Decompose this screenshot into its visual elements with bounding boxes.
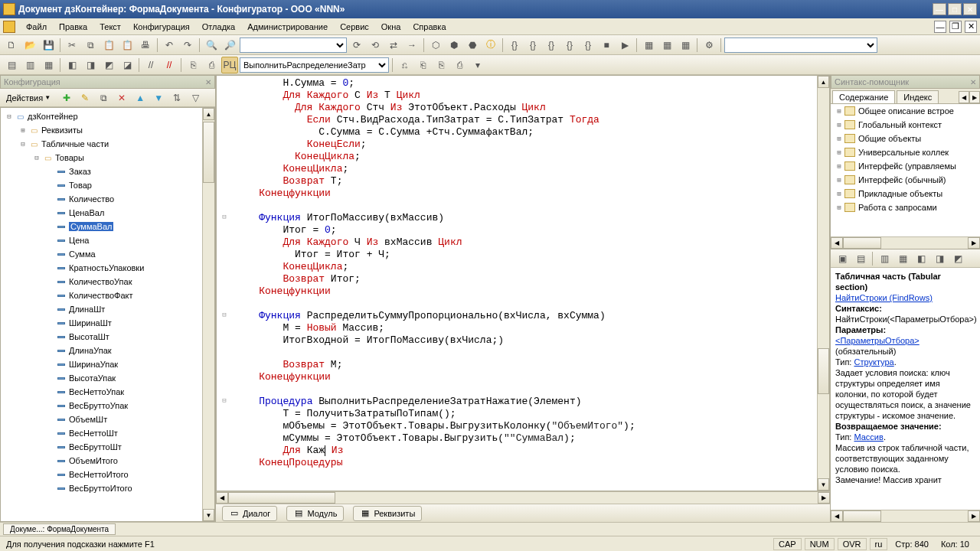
window-tab[interactable]: Докуме...: ФормаДокумента: [3, 523, 116, 535]
gear-icon[interactable]: ⚙: [701, 37, 717, 54]
t2-icon15[interactable]: ⎙: [451, 57, 468, 73]
config3-icon[interactable]: ⬣: [464, 37, 481, 54]
config-icon[interactable]: ⬡: [427, 37, 444, 54]
lt-edit-icon[interactable]: ✎: [77, 90, 93, 106]
right-dock-close-icon[interactable]: ✕: [970, 78, 976, 86]
lt-sort-icon[interactable]: ⇅: [168, 90, 185, 106]
menu-debug[interactable]: Отладка: [196, 21, 241, 33]
help-topic[interactable]: ⊞Интерфейс (обычный): [831, 173, 980, 187]
t2-icon11[interactable]: ⎙: [203, 57, 220, 73]
scroll-right-icon[interactable]: ▶: [818, 492, 830, 504]
help-topic[interactable]: ⊞Универсальные коллек: [831, 145, 980, 159]
status-lang[interactable]: ru: [870, 538, 888, 550]
tree-item[interactable]: ВесНеттоШт: [1, 426, 214, 440]
tree-item[interactable]: Заказ: [1, 165, 214, 178]
scroll-left-icon[interactable]: ◀: [216, 492, 228, 504]
menu-file[interactable]: Файл: [20, 21, 53, 33]
find-next-icon[interactable]: ⟳: [348, 37, 365, 54]
help-topic[interactable]: ⊞Прикладные объекты: [831, 187, 980, 201]
config-tree[interactable]: ⊟▭дзКонтейнер⊞▭Реквизиты⊟▭Табличные част…: [0, 107, 215, 522]
help-method-link[interactable]: НайтиСтроки (FindRows): [835, 293, 933, 302]
fold-toggle-icon[interactable]: ⊟: [217, 210, 232, 223]
tree-item[interactable]: ⊞▭Реквизиты: [1, 123, 214, 137]
t2-icon13[interactable]: ⎗: [414, 57, 431, 73]
tree-item[interactable]: ВысотаШт: [1, 330, 214, 344]
menu-text[interactable]: Текст: [93, 21, 127, 33]
step4-icon[interactable]: {}: [561, 37, 578, 54]
scroll-thumb[interactable]: [228, 492, 335, 504]
find-icon[interactable]: 🔍: [203, 37, 220, 54]
tree-item[interactable]: ОбъемИтого: [1, 454, 214, 468]
info-icon[interactable]: ⓘ: [482, 37, 499, 54]
tree-item[interactable]: ШиринаШт: [1, 316, 214, 330]
help-topic[interactable]: ⊞Глобальный контекст: [831, 118, 980, 132]
t2-icon1[interactable]: ▤: [3, 57, 20, 73]
new-icon[interactable]: 🗋: [3, 37, 20, 54]
save-icon[interactable]: 💾: [40, 37, 57, 54]
tree-item[interactable]: ДлинаШт: [1, 302, 214, 316]
tree-item[interactable]: ВысотаУпак: [1, 371, 214, 385]
menu-service[interactable]: Сервис: [334, 21, 375, 33]
maximize-button[interactable]: □: [948, 3, 962, 15]
type-link[interactable]: Структура: [854, 357, 893, 367]
lt-copy-icon[interactable]: ⧉: [95, 90, 112, 106]
lt-add-icon[interactable]: ✚: [58, 90, 75, 106]
cut-icon[interactable]: ✂: [64, 37, 80, 54]
fold-toggle-icon[interactable]: ⊟: [217, 394, 232, 406]
zoom-icon[interactable]: 🔎: [221, 37, 238, 54]
tree-item[interactable]: ВесБруттоУпак: [1, 399, 214, 412]
run-icon[interactable]: ▶: [616, 37, 633, 54]
help-tree[interactable]: ⊞Общее описание встрое⊞Глобальный контек…: [831, 104, 980, 236]
undo-icon[interactable]: ↶: [161, 37, 178, 54]
paste-special-icon[interactable]: 📋: [119, 37, 136, 54]
scroll-thumb[interactable]: [203, 122, 214, 183]
help-content-hscroll[interactable]: ◀ ▶: [831, 510, 980, 522]
menu-windows[interactable]: Окна: [375, 21, 407, 33]
close-button[interactable]: ✕: [963, 3, 977, 15]
help-topic[interactable]: ⊞Работа с запросами: [831, 201, 980, 214]
paste-icon[interactable]: 📋: [100, 37, 117, 54]
step2-icon[interactable]: {}: [524, 37, 541, 54]
tab-rekvizity[interactable]: ▦ Реквизиты: [353, 506, 422, 521]
db2-icon[interactable]: ▦: [658, 37, 675, 54]
t2-icon3[interactable]: ▦: [40, 57, 57, 73]
mdi-restore-button[interactable]: ❐: [949, 21, 962, 33]
tree-item[interactable]: ВесБруттоШт: [1, 440, 214, 454]
scroll-right-icon[interactable]: ▶: [968, 237, 980, 249]
tree-item[interactable]: КоличествоУпак: [1, 275, 214, 289]
tab-module[interactable]: ▤ Модуль: [286, 506, 344, 521]
menu-config[interactable]: Конфигурация: [127, 21, 196, 33]
tree-item[interactable]: ОбъемШт: [1, 412, 214, 426]
lt-filter-icon[interactable]: ▽: [187, 90, 204, 106]
editor-vscrollbar[interactable]: ▲ ▼: [817, 76, 829, 491]
break-icon[interactable]: ■: [598, 37, 615, 54]
tree-item[interactable]: ЦенаВал: [1, 206, 214, 220]
tree-scrollbar[interactable]: ▲ ▼: [202, 108, 214, 521]
editor-hscrollbar[interactable]: ◀ ▶: [216, 491, 830, 504]
tab-prev-icon[interactable]: ◀: [959, 91, 969, 103]
db3-icon[interactable]: ▦: [677, 37, 694, 54]
scroll-down-icon[interactable]: ▼: [203, 509, 214, 521]
combo2[interactable]: [724, 37, 877, 53]
tree-item[interactable]: ВесНеттоУпак: [1, 385, 214, 399]
t2-icon7[interactable]: ◪: [119, 57, 136, 73]
t2-icon6[interactable]: ◩: [100, 57, 117, 73]
scroll-up-icon[interactable]: ▲: [203, 108, 214, 120]
tree-item[interactable]: ДлинаУпак: [1, 344, 214, 357]
tree-item[interactable]: ⊟▭дзКонтейнер: [1, 109, 214, 123]
uncomment-icon[interactable]: //: [161, 57, 178, 73]
t2-icon5[interactable]: ◨: [82, 57, 99, 73]
scroll-left-icon[interactable]: ◀: [831, 510, 843, 522]
tree-item[interactable]: ВесНеттоИтого: [1, 468, 214, 481]
param-name-link[interactable]: <ПараметрыОтбора>: [835, 336, 920, 345]
ht-icon5[interactable]: ◧: [913, 250, 929, 267]
tree-item[interactable]: ⊟▭Товары: [1, 151, 214, 165]
return-type-link[interactable]: Массив: [854, 432, 883, 442]
search-combo[interactable]: [240, 37, 347, 53]
config2-icon[interactable]: ⬢: [446, 37, 462, 54]
menu-admin[interactable]: Администрирование: [241, 21, 334, 33]
ht-icon7[interactable]: ◩: [949, 250, 966, 267]
fold-gutter[interactable]: ⊟ ⊟ ⊟: [217, 76, 232, 491]
mdi-minimize-button[interactable]: —: [934, 21, 946, 33]
fold-toggle-icon[interactable]: ⊟: [217, 308, 232, 321]
